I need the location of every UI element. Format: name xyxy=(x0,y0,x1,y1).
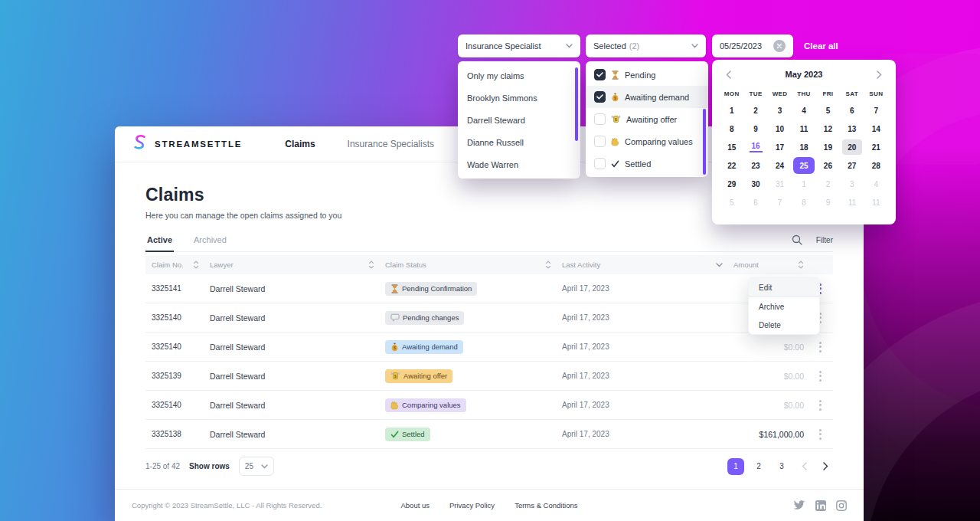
calendar-day[interactable]: 22 xyxy=(720,156,743,175)
page-button-3[interactable]: 3 xyxy=(773,458,790,475)
status-option-pending[interactable]: Pending xyxy=(586,64,708,86)
table-row[interactable]: 3325141Darrell StewardPending Confirmati… xyxy=(145,274,833,303)
status-option-awaiting-demand[interactable]: $Awaiting demand xyxy=(586,86,708,108)
calendar-day[interactable]: 11 xyxy=(864,193,888,211)
rows-per-page-select[interactable]: 25 xyxy=(239,457,274,476)
calendar-day[interactable]: 13 xyxy=(840,120,864,138)
table-row[interactable]: 3325139Darrell Steward$Awaiting offerApr… xyxy=(145,362,833,391)
social-twitter-icon[interactable] xyxy=(793,500,805,510)
social-linkedin-icon[interactable] xyxy=(815,500,826,511)
calendar-day[interactable]: 1 xyxy=(720,101,743,120)
calendar-day[interactable]: 3 xyxy=(840,175,864,193)
context-menu-item-archive[interactable]: Archive xyxy=(749,297,819,316)
status-option-comparing-values[interactable]: Comparing values xyxy=(586,130,708,152)
calendar-next-month-icon[interactable] xyxy=(877,70,882,79)
context-menu-item-delete[interactable]: Delete xyxy=(749,316,819,334)
calendar-day[interactable]: 5 xyxy=(720,193,743,211)
calendar-day[interactable]: 7 xyxy=(864,101,888,120)
table-row[interactable]: 3325138Darrell StewardSettledApril 17, 2… xyxy=(145,420,833,449)
calendar-day[interactable]: 2 xyxy=(743,101,767,120)
calendar-day[interactable]: 12 xyxy=(816,120,840,138)
calendar-day[interactable]: 9 xyxy=(743,120,767,138)
table-row[interactable]: 3325140Darrell Steward$Awaiting demandAp… xyxy=(145,333,833,362)
status-option-awaiting-offer[interactable]: $Awaiting offer xyxy=(586,108,708,130)
calendar-day[interactable]: 6 xyxy=(840,101,864,120)
calendar-day[interactable]: 4 xyxy=(864,175,888,193)
tab-archived[interactable]: Archived xyxy=(192,231,228,251)
clear-date-icon[interactable] xyxy=(773,40,786,52)
calendar-day[interactable]: 18 xyxy=(792,138,815,156)
menu-item-dianne-russell[interactable]: Dianne Russell xyxy=(458,131,580,153)
calendar-day[interactable]: 7 xyxy=(768,193,792,211)
kebab-menu-icon[interactable] xyxy=(815,369,825,384)
calendar-day[interactable]: 14 xyxy=(864,120,888,138)
filter-button[interactable]: Filter xyxy=(816,236,833,244)
tab-active[interactable]: Active xyxy=(145,231,174,252)
calendar-day[interactable]: 5 xyxy=(816,101,840,120)
calendar-day[interactable]: 28 xyxy=(864,156,888,175)
calendar-day[interactable]: 11 xyxy=(840,193,864,211)
menu-item-wade-warren[interactable]: Wade Warren xyxy=(458,153,580,175)
nav-item-insurance-specialists[interactable]: Insurance Specialists xyxy=(348,139,434,149)
context-menu-item-edit[interactable]: Edit xyxy=(749,278,819,297)
footer-link-about-us[interactable]: About us xyxy=(401,501,430,510)
menu-item-brooklyn-simmons[interactable]: Brooklyn Simmons xyxy=(458,87,580,109)
footer-link-terms-conditions[interactable]: Terms & Conditions xyxy=(514,501,577,510)
checkbox-unchecked[interactable] xyxy=(594,158,606,169)
calendar-day[interactable]: 15 xyxy=(720,138,743,156)
calendar-day[interactable]: 9 xyxy=(816,193,840,211)
calendar-day[interactable]: 25 xyxy=(792,156,815,175)
nav-item-claims[interactable]: Claims xyxy=(285,139,315,149)
calendar-day[interactable]: 20 xyxy=(840,138,864,156)
calendar-day[interactable]: 10 xyxy=(768,120,792,138)
brand-logo[interactable]: STREAMSETTLE xyxy=(132,134,242,154)
social-instagram-icon[interactable] xyxy=(836,500,847,511)
calendar-day[interactable]: 23 xyxy=(743,156,767,175)
checkbox-unchecked[interactable] xyxy=(594,113,606,125)
calendar-day[interactable]: 19 xyxy=(816,138,840,156)
calendar-day[interactable]: 17 xyxy=(768,138,792,156)
kebab-menu-icon[interactable] xyxy=(815,339,825,355)
column-header-last-activity[interactable]: Last Activity xyxy=(562,260,733,269)
menu-item-only-my-claims[interactable]: Only my claims xyxy=(458,64,580,87)
kebab-menu-icon[interactable] xyxy=(815,398,825,413)
status-option-settled[interactable]: Settled xyxy=(586,152,708,175)
page-button-1[interactable]: 1 xyxy=(727,458,744,475)
calendar-day[interactable]: 2 xyxy=(816,175,840,193)
calendar-day[interactable]: 3 xyxy=(768,101,792,120)
clear-all-button[interactable]: Clear all xyxy=(798,34,844,57)
calendar-day[interactable]: 11 xyxy=(792,120,815,138)
column-header-amount[interactable]: Amount xyxy=(733,260,815,269)
page-button-2[interactable]: 2 xyxy=(750,458,767,475)
date-filter-input[interactable]: 05/25/2023 xyxy=(712,34,793,57)
insurance-specialist-select[interactable]: Insurance Specialist xyxy=(458,34,580,57)
menu-item-darrell-steward[interactable]: Darrell Steward xyxy=(458,109,580,131)
scrollbar-thumb[interactable] xyxy=(575,67,578,141)
table-row[interactable]: 3325140Darrell StewardPending changesApr… xyxy=(145,303,833,333)
column-header-claim-no[interactable]: Claim No. xyxy=(145,260,210,269)
calendar-day[interactable]: 8 xyxy=(720,120,743,138)
column-header-claim-status[interactable]: Claim Status xyxy=(385,260,562,269)
calendar-day[interactable]: 8 xyxy=(792,193,815,211)
calendar-day[interactable]: 1 xyxy=(792,175,815,193)
calendar-previous-month-icon[interactable] xyxy=(726,70,731,79)
status-select[interactable]: Selected (2) xyxy=(586,34,706,57)
calendar-day[interactable]: 29 xyxy=(720,175,743,193)
checkbox-checked[interactable] xyxy=(594,69,606,80)
column-header-lawyer[interactable]: Lawyer xyxy=(210,260,385,269)
footer-link-privacy-policy[interactable]: Privacy Policy xyxy=(449,501,495,510)
calendar-day[interactable]: 30 xyxy=(743,175,767,193)
calendar-day[interactable]: 24 xyxy=(768,156,792,175)
checkbox-unchecked[interactable] xyxy=(594,136,606,147)
calendar-day[interactable]: 26 xyxy=(816,156,840,175)
calendar-day[interactable]: 6 xyxy=(743,193,767,211)
kebab-menu-icon[interactable] xyxy=(815,427,825,442)
calendar-day[interactable]: 16 xyxy=(743,138,767,156)
search-icon[interactable] xyxy=(792,234,802,245)
previous-page-button[interactable] xyxy=(796,458,812,475)
calendar-day[interactable]: 27 xyxy=(840,156,864,175)
calendar-day[interactable]: 31 xyxy=(768,175,792,193)
next-page-button[interactable] xyxy=(818,458,833,475)
scrollbar-thumb[interactable] xyxy=(703,109,706,175)
calendar-day[interactable]: 21 xyxy=(864,138,888,156)
